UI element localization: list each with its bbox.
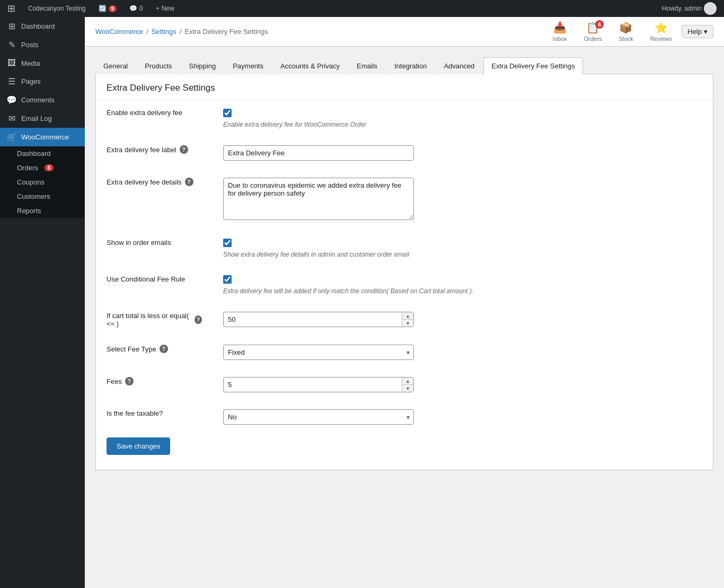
fees-wrap: ▲ ▼: [223, 377, 414, 392]
fee-type-select[interactable]: Fixed Percentage: [223, 345, 414, 360]
tab-accounts-privacy[interactable]: Accounts & Privacy: [272, 57, 348, 74]
sidebar-item-dashboard[interactable]: ⊞ Dashboard: [0, 17, 85, 36]
comments-nav-icon: 💬: [6, 95, 17, 105]
tab-emails[interactable]: Emails: [349, 57, 385, 74]
row-fees: Fees ? ▲ ▼: [96, 368, 713, 401]
new-label: New: [162, 5, 174, 12]
breadcrumb-sep2: /: [180, 28, 182, 36]
stock-label: Stock: [619, 36, 633, 42]
sidebar-item-wc-reports[interactable]: Reports: [0, 204, 85, 218]
sidebar-item-wc-coupons[interactable]: Coupons: [0, 175, 85, 189]
help-chevron-icon: ▾: [704, 28, 708, 36]
orders-label: Orders: [584, 36, 602, 42]
sidebar-item-label: Media: [21, 59, 40, 67]
show-emails-checkbox[interactable]: [223, 239, 232, 247]
enable-label: Enable extra delivery fee: [107, 109, 182, 117]
fees-label: Fees: [107, 378, 122, 385]
new-content-link[interactable]: + New: [153, 0, 178, 17]
tab-payments[interactable]: Payments: [225, 57, 271, 74]
orders-button[interactable]: 6 📋 Orders: [577, 18, 610, 45]
wc-orders-label: Orders: [17, 164, 38, 172]
inbox-button[interactable]: 📥 Inbox: [545, 18, 575, 45]
sidebar-item-pages[interactable]: ☰ Pages: [0, 72, 85, 91]
breadcrumb-settings[interactable]: Settings: [152, 28, 176, 36]
plus-icon: +: [156, 5, 160, 12]
taxable-select[interactable]: No Yes: [223, 409, 414, 425]
row-fee-label: Extra delivery fee label ?: [96, 137, 713, 169]
tab-general[interactable]: General: [95, 57, 136, 74]
row-cart-total: If cart total is less or equal( <= ) ? ▲…: [96, 303, 713, 336]
updates-icon: 🔄: [99, 5, 107, 12]
row-conditional: Use Conditional Fee Rule Extra delivery …: [96, 267, 713, 303]
sidebar-item-wc-dashboard[interactable]: Dashboard: [0, 146, 85, 161]
site-name: Codecanyon Testing: [28, 5, 86, 12]
row-fee-details: Extra delivery fee details ? Due to coro…: [96, 169, 713, 230]
tab-integration[interactable]: Integration: [386, 57, 435, 74]
main-content: WooCommerce / Settings / Extra Delivery …: [85, 17, 724, 588]
cart-total-label: If cart total is less or equal( <= ): [107, 312, 191, 328]
fees-input[interactable]: [223, 377, 414, 392]
posts-icon: ✎: [6, 40, 17, 50]
content-area: General Products Shipping Payments Accou…: [85, 47, 724, 588]
tab-shipping[interactable]: Shipping: [181, 57, 224, 74]
email-log-icon: ✉: [6, 113, 17, 124]
fees-up-arrow[interactable]: ▲: [402, 378, 413, 385]
tab-products[interactable]: Products: [137, 57, 180, 74]
help-button[interactable]: Help ▾: [682, 25, 713, 38]
fee-label-input[interactable]: [223, 145, 414, 161]
cart-total-up-arrow[interactable]: ▲: [402, 312, 413, 320]
breadcrumb-woocommerce[interactable]: WooCommerce: [95, 28, 143, 36]
enable-desc: Enable extra delivery fee for WooCommerc…: [223, 121, 702, 128]
row-show-emails: Show in order emails Show extra delivery…: [96, 230, 713, 267]
wc-dashboard-label: Dashboard: [17, 150, 51, 157]
taxable-select-wrap: No Yes ▾: [223, 409, 414, 425]
breadcrumb-current: Extra Delivery Fee Settings: [184, 28, 268, 36]
sidebar-item-woocommerce[interactable]: 🛒 WooCommerce: [0, 128, 85, 146]
fee-details-help-icon[interactable]: ?: [185, 178, 193, 186]
conditional-checkbox[interactable]: [223, 275, 232, 284]
fee-type-label: Select Fee Type: [107, 345, 156, 353]
taxable-label: Is the fee taxable?: [107, 409, 163, 417]
sidebar-item-wc-orders[interactable]: Orders 6: [0, 161, 85, 175]
sidebar-item-label: Pages: [21, 77, 41, 85]
inbox-label: Inbox: [553, 36, 567, 42]
row-fee-type: Select Fee Type ? Fixed Percentage ▾: [96, 336, 713, 368]
cart-total-down-arrow[interactable]: ▼: [402, 320, 413, 327]
sidebar-item-label: Email Log: [21, 115, 52, 122]
fee-details-textarea[interactable]: Due to coronavirus epidemic we added ext…: [223, 178, 414, 220]
sidebar-item-comments[interactable]: 💬 Comments: [0, 91, 85, 109]
sidebar-item-wc-customers[interactable]: Customers: [0, 189, 85, 204]
fees-down-arrow[interactable]: ▼: [402, 385, 413, 392]
comments-link[interactable]: 💬 0: [126, 0, 146, 17]
sidebar-item-media[interactable]: 🖼 Media: [0, 54, 85, 72]
wp-logo-link[interactable]: ⊞: [4, 0, 19, 17]
fee-type-help-icon[interactable]: ?: [160, 345, 168, 353]
fee-details-label: Extra delivery fee details: [107, 178, 182, 186]
sidebar-item-posts[interactable]: ✎ Posts: [0, 36, 85, 54]
howdy-text: Howdy, admin: [662, 5, 702, 12]
reviews-icon: ⭐: [655, 21, 668, 34]
tab-advanced[interactable]: Advanced: [436, 57, 482, 74]
sidebar: ⊞ Dashboard ✎ Posts 🖼 Media ☰ Pages 💬 Co…: [0, 17, 85, 588]
reviews-label: Reviews: [650, 36, 673, 42]
updates-count: 9: [109, 5, 117, 12]
sidebar-item-email-log[interactable]: ✉ Email Log: [0, 109, 85, 128]
cart-total-help-icon[interactable]: ?: [195, 315, 202, 324]
reviews-button[interactable]: ⭐ Reviews: [643, 18, 680, 45]
fees-help-icon[interactable]: ?: [125, 377, 134, 385]
tab-extra-delivery-fee[interactable]: Extra Delivery Fee Settings: [483, 57, 583, 74]
fee-label-help-icon[interactable]: ?: [180, 145, 188, 154]
stock-button[interactable]: 📦 Stock: [611, 18, 641, 45]
sidebar-item-label: Comments: [21, 96, 55, 104]
stock-icon: 📦: [619, 21, 632, 34]
row-taxable: Is the fee taxable? No Yes ▾: [96, 401, 713, 433]
woocommerce-icon: 🛒: [6, 132, 17, 142]
enable-checkbox[interactable]: [223, 109, 232, 117]
save-button[interactable]: Save changes: [107, 437, 170, 455]
howdy-link[interactable]: Howdy, admin: [659, 0, 720, 17]
site-name-link[interactable]: Codecanyon Testing: [25, 0, 89, 17]
updates-link[interactable]: 🔄 9: [95, 0, 120, 17]
topbar: WooCommerce / Settings / Extra Delivery …: [85, 17, 724, 47]
cart-total-input[interactable]: [223, 312, 414, 327]
help-label: Help: [687, 28, 702, 36]
